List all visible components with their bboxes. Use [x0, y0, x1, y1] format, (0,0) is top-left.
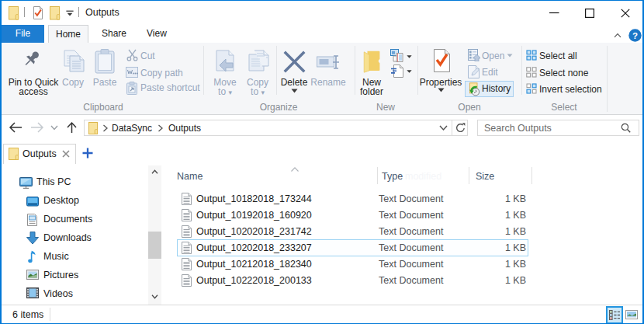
svg-text:?: ?	[632, 31, 638, 40]
